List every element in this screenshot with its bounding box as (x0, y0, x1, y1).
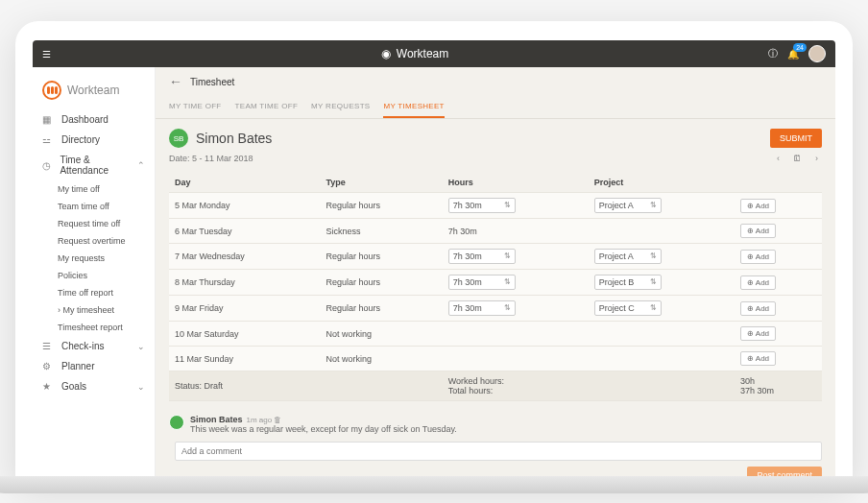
add-button[interactable]: ⊕ Add (740, 250, 776, 264)
date-range: Date: 5 - 11 Mar 2018 (169, 154, 253, 163)
add-button[interactable]: ⊕ Add (740, 326, 776, 341)
hours-select[interactable]: 7h 30m (448, 275, 516, 290)
tab[interactable]: MY REQUESTS (311, 96, 370, 118)
sidebar-item-time[interactable]: ◷ Time & Attendance ⌃ (33, 150, 155, 180)
column-header (735, 173, 822, 193)
app-brand: ◉ Workteam (61, 47, 768, 60)
day-cell: 7 Mar Wednesday (169, 244, 321, 270)
directory-icon: ⚍ (42, 134, 56, 145)
add-button[interactable]: ⊕ Add (740, 351, 776, 366)
checkins-icon: ☰ (42, 341, 56, 351)
column-header: Project (589, 173, 735, 193)
project-cell: Project A (589, 193, 735, 219)
sidebar-sub-item[interactable]: Time off report (33, 284, 155, 301)
day-cell: 10 Mar Saturday (169, 322, 321, 347)
sidebar-sub-item[interactable]: Timesheet report (33, 319, 155, 336)
hours-select[interactable]: 7h 30m (448, 300, 516, 316)
table-row: 11 Mar SundayNot working⊕ Add (169, 347, 822, 371)
sidebar-sub-item[interactable]: › My timesheet (33, 301, 155, 319)
tab[interactable]: MY TIMESHEET (383, 96, 444, 118)
calendar-icon[interactable]: 🗓 (789, 152, 806, 165)
add-button[interactable]: ⊕ Add (740, 224, 776, 238)
type-cell: Regular hours (321, 270, 443, 296)
table-row: 8 Mar ThursdayRegular hours7h 30mProject… (169, 270, 822, 296)
table-row: 5 Mar MondayRegular hours7h 30mProject A… (169, 193, 822, 219)
project-cell (589, 347, 735, 371)
project-select[interactable]: Project B (594, 275, 662, 290)
type-cell: Sickness (321, 219, 443, 244)
project-cell: Project B (589, 270, 735, 296)
comment: Simon Bates1m ago 🗑This week was a regul… (169, 411, 822, 438)
day-cell: 5 Mar Monday (169, 193, 321, 219)
tab[interactable]: TEAM TIME OFF (235, 96, 299, 118)
clock-icon: ◷ (42, 160, 54, 171)
add-button[interactable]: ⊕ Add (740, 275, 776, 290)
hours-select[interactable]: 7h 30m (448, 249, 516, 264)
logo-icon (42, 81, 61, 100)
sidebar-sub-item[interactable]: Request overtime (33, 232, 155, 250)
planner-icon: ⚙ (42, 361, 56, 371)
chevron-down-icon: ⌄ (137, 342, 145, 351)
project-select[interactable]: Project A (594, 198, 662, 213)
next-week-icon[interactable]: › (811, 152, 822, 165)
comment-input[interactable] (175, 442, 822, 461)
hamburger-icon[interactable]: ☰ (42, 49, 61, 60)
hours-cell: 7h 30m (443, 270, 589, 296)
comment-text: This week was a regular week, except for… (190, 424, 457, 434)
sidebar-item-dashboard[interactable]: ▦ Dashboard (33, 109, 155, 130)
add-button[interactable]: ⊕ Add (740, 301, 776, 316)
table-row: 6 Mar TuesdaySickness7h 30m⊕ Add (169, 219, 822, 244)
user-name: Simon Bates (196, 131, 762, 146)
day-cell: 6 Mar Tuesday (169, 219, 321, 244)
column-header: Hours (443, 173, 589, 193)
project-cell (589, 219, 735, 244)
avatar[interactable] (808, 45, 826, 62)
project-cell: Project A (589, 244, 735, 270)
sidebar-sub-item[interactable]: Team time off (33, 198, 155, 215)
sidebar-item-planner[interactable]: ⚙ Planner (33, 356, 155, 376)
table-row: 10 Mar SaturdayNot working⊕ Add (169, 322, 822, 347)
tab[interactable]: MY TIME OFF (169, 96, 222, 118)
sidebar-sub-item[interactable]: My time off (33, 180, 155, 198)
day-cell: 11 Mar Sunday (169, 347, 321, 371)
type-cell: Regular hours (321, 193, 443, 219)
user-chip: SB (169, 129, 188, 148)
notifications-icon[interactable]: 🔔24 (787, 49, 799, 60)
page-title: Timesheet (190, 77, 234, 87)
day-cell: 9 Mar Friday (169, 296, 321, 322)
column-header: Day (169, 173, 321, 193)
hours-cell: 7h 30m (443, 296, 589, 322)
hours-cell: 7h 30m (443, 244, 589, 270)
table-row: 9 Mar FridayRegular hours7h 30mProject C… (169, 296, 822, 322)
type-cell: Not working (321, 347, 443, 371)
sidebar-sub-item[interactable]: Request time off (33, 215, 155, 232)
table-row: 7 Mar WednesdayRegular hours7h 30mProjec… (169, 244, 822, 270)
dashboard-icon: ▦ (42, 114, 56, 125)
prev-week-icon[interactable]: ‹ (773, 152, 784, 165)
hours-cell: 7h 30m (443, 219, 589, 244)
sidebar-item-goals[interactable]: ★ Goals ⌄ (33, 376, 155, 396)
submit-button[interactable]: SUBMIT (770, 129, 822, 148)
post-comment-button[interactable]: Post comment (747, 467, 822, 482)
hours-select[interactable]: 7h 30m (448, 198, 516, 213)
project-cell: Project C (589, 296, 735, 322)
column-header: Type (321, 173, 443, 193)
brand-icon: ◉ (381, 47, 391, 60)
type-cell: Not working (321, 322, 443, 347)
goals-icon: ★ (42, 381, 56, 392)
sidebar-item-checkins[interactable]: ☰ Check-ins ⌄ (33, 336, 155, 356)
project-select[interactable]: Project A (594, 249, 662, 264)
hours-cell: 7h 30m (443, 193, 589, 219)
project-cell (589, 322, 735, 347)
sidebar-item-directory[interactable]: ⚍ Directory (33, 130, 155, 150)
sidebar-sub-item[interactable]: Policies (33, 267, 155, 284)
add-button[interactable]: ⊕ Add (740, 199, 776, 213)
comment-author: Simon Bates (190, 415, 243, 424)
avatar (169, 415, 184, 430)
help-icon[interactable]: ⓘ (768, 47, 778, 60)
hours-cell (443, 322, 589, 347)
sidebar-sub-item[interactable]: My requests (33, 250, 155, 267)
sidebar: Workteam ▦ Dashboard ⚍ Directory ◷ Time … (33, 67, 156, 482)
back-icon[interactable]: ← (169, 74, 182, 89)
project-select[interactable]: Project C (594, 300, 662, 316)
